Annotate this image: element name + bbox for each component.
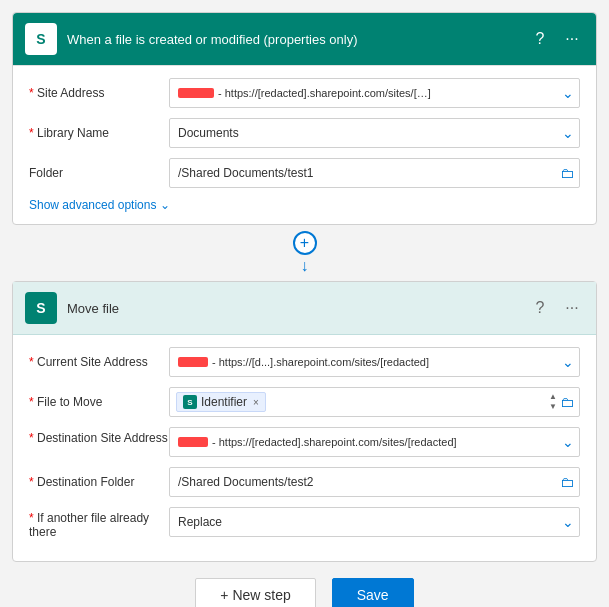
- redacted-block: [178, 88, 214, 98]
- show-advanced-options[interactable]: Show advanced options ⌄: [29, 198, 580, 212]
- redacted-block-2: [178, 357, 208, 367]
- file-to-move-row: * File to Move S Identifier × ▲▼ 🗀: [29, 387, 580, 417]
- current-site-address-label: * Current Site Address: [29, 347, 169, 369]
- destination-folder-label: * Destination Folder: [29, 467, 169, 489]
- action-help-icon[interactable]: ?: [528, 296, 552, 320]
- action-icon: S: [25, 292, 57, 324]
- site-address-label: * Site Address: [29, 78, 169, 100]
- destination-site-address-control[interactable]: - https://[redacted].sharepoint.com/site…: [169, 427, 580, 457]
- current-site-address-input[interactable]: - https://[d...].sharepoint.com/sites/[r…: [169, 347, 580, 377]
- library-name-label: * Library Name: [29, 118, 169, 140]
- action-title: Move file: [67, 301, 518, 316]
- trigger-title: When a file is created or modified (prop…: [67, 32, 518, 47]
- tag-close-button[interactable]: ×: [253, 397, 259, 408]
- folder-label: Folder: [29, 158, 169, 180]
- action-actions: ? ···: [528, 296, 584, 320]
- trigger-card: S When a file is created or modified (pr…: [12, 12, 597, 225]
- file-to-move-label: * File to Move: [29, 387, 169, 409]
- identifier-tag: S Identifier ×: [176, 392, 266, 412]
- redacted-block-3: [178, 437, 208, 447]
- if-another-file-control[interactable]: Replace ⌄: [169, 507, 580, 537]
- folder-row: Folder /Shared Documents/test1 🗀: [29, 158, 580, 188]
- folder-input[interactable]: /Shared Documents/test1: [169, 158, 580, 188]
- arrow-down-icon: ↓: [301, 257, 309, 275]
- site-address-row: * Site Address - https://[redacted].shar…: [29, 78, 580, 108]
- save-button[interactable]: Save: [332, 578, 414, 607]
- library-name-input[interactable]: Documents: [169, 118, 580, 148]
- destination-folder-input[interactable]: /Shared Documents/test2: [169, 467, 580, 497]
- help-icon[interactable]: ?: [528, 27, 552, 51]
- trigger-icon: S: [25, 23, 57, 55]
- action-more-icon[interactable]: ···: [560, 296, 584, 320]
- destination-folder-control[interactable]: /Shared Documents/test2 🗀: [169, 467, 580, 497]
- updown-icon: ▲▼: [549, 392, 557, 411]
- site-address-input[interactable]: - https://[redacted].sharepoint.com/site…: [169, 78, 580, 108]
- bottom-bar: + New step Save: [12, 578, 597, 607]
- file-to-move-control[interactable]: S Identifier × ▲▼ 🗀: [169, 387, 580, 417]
- trigger-card-header: S When a file is created or modified (pr…: [13, 13, 596, 66]
- current-site-address-row: * Current Site Address - https://[d...].…: [29, 347, 580, 377]
- connector: + ↓: [12, 225, 597, 281]
- action-card-body: * Current Site Address - https://[d...].…: [13, 335, 596, 561]
- destination-site-address-input[interactable]: - https://[redacted].sharepoint.com/site…: [169, 427, 580, 457]
- folder-control[interactable]: /Shared Documents/test1 🗀: [169, 158, 580, 188]
- site-address-control[interactable]: - https://[redacted].sharepoint.com/site…: [169, 78, 580, 108]
- destination-site-address-label: * Destination Site Address: [29, 427, 169, 445]
- if-another-file-input[interactable]: Replace: [169, 507, 580, 537]
- if-another-file-label: * If another file already there: [29, 507, 169, 539]
- library-name-row: * Library Name Documents ⌄: [29, 118, 580, 148]
- action-card-header: S Move file ? ···: [13, 282, 596, 335]
- destination-folder-row: * Destination Folder /Shared Documents/t…: [29, 467, 580, 497]
- more-icon[interactable]: ···: [560, 27, 584, 51]
- if-another-file-row: * If another file already there Replace …: [29, 507, 580, 539]
- add-step-button[interactable]: +: [293, 231, 317, 255]
- new-step-button[interactable]: + New step: [195, 578, 315, 607]
- file-to-move-input[interactable]: S Identifier × ▲▼: [169, 387, 580, 417]
- destination-site-address-row: * Destination Site Address - https://[re…: [29, 427, 580, 457]
- chevron-down-icon: ⌄: [160, 198, 170, 212]
- current-site-address-control[interactable]: - https://[d...].sharepoint.com/sites/[r…: [169, 347, 580, 377]
- trigger-actions: ? ···: [528, 27, 584, 51]
- trigger-card-body: * Site Address - https://[redacted].shar…: [13, 66, 596, 224]
- library-name-control[interactable]: Documents ⌄: [169, 118, 580, 148]
- action-card: S Move file ? ··· * Current Site Address…: [12, 281, 597, 562]
